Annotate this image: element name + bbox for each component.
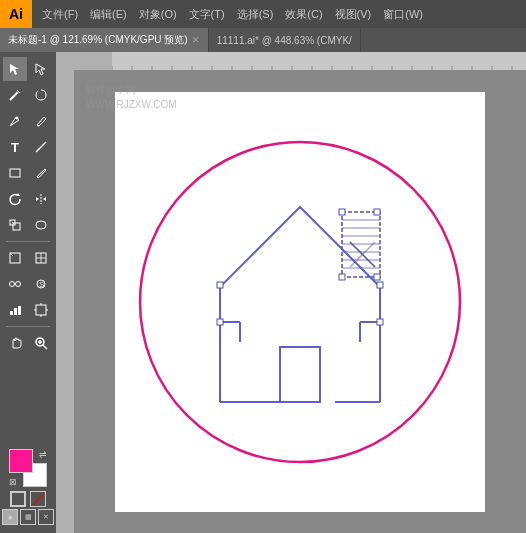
- none-box[interactable]: [30, 491, 46, 507]
- svg-marker-0: [10, 64, 19, 75]
- title-bar: Ai 文件(F) 编辑(E) 对象(O) 文字(T) 选择(S) 效果(C) 视…: [0, 0, 526, 28]
- tool-row-hand: [0, 330, 56, 356]
- svg-rect-112: [377, 319, 383, 325]
- menu-select[interactable]: 选择(S): [231, 0, 280, 28]
- tool-blend[interactable]: [3, 272, 27, 296]
- svg-rect-113: [217, 282, 223, 288]
- reset-colors-icon[interactable]: ⊠: [9, 477, 17, 487]
- menu-text[interactable]: 文字(T): [183, 0, 231, 28]
- ruler-horizontal: [112, 52, 526, 70]
- svg-rect-25: [10, 311, 13, 315]
- tool-graph[interactable]: [3, 298, 27, 322]
- tool-row-graph: [0, 297, 56, 323]
- menu-effect[interactable]: 效果(C): [279, 0, 328, 28]
- svg-marker-1: [36, 64, 45, 75]
- svg-rect-107: [339, 209, 345, 215]
- tool-type[interactable]: T: [3, 135, 27, 159]
- tool-row-rect: [0, 160, 56, 186]
- tool-direct-selection[interactable]: [29, 57, 53, 81]
- tool-row-type: T: [0, 134, 56, 160]
- svg-rect-12: [13, 223, 20, 230]
- svg-rect-27: [18, 306, 21, 315]
- artboard[interactable]: [115, 92, 485, 512]
- svg-point-21: [16, 282, 21, 287]
- house-artwork: [130, 112, 470, 492]
- tool-row-lasso: [0, 82, 56, 108]
- tool-rotate[interactable]: [3, 187, 27, 211]
- fg-color-box[interactable]: [9, 449, 33, 473]
- tool-pencil[interactable]: [29, 109, 53, 133]
- canvas-area[interactable]: 软件自学网 WWW.RJZXW.COM: [56, 52, 526, 533]
- tool-pen[interactable]: [3, 109, 27, 133]
- svg-rect-7: [10, 169, 20, 177]
- tool-selection[interactable]: [3, 57, 27, 81]
- tool-row-selection2: [0, 245, 56, 271]
- svg-rect-37: [112, 52, 526, 70]
- tool-scale[interactable]: [3, 213, 27, 237]
- tool-row-scale: [0, 212, 56, 238]
- tool-symbol[interactable]: S: [29, 272, 53, 296]
- color-boxes[interactable]: ⇌ ⊠: [9, 449, 47, 487]
- mode-gradient[interactable]: ▦: [20, 509, 36, 525]
- tool-zoom[interactable]: [29, 331, 53, 355]
- tool-row-selection: [0, 56, 56, 82]
- tab-0[interactable]: 未标题-1 @ 121.69% (CMYK/GPU 预览) ✕: [0, 28, 209, 52]
- svg-marker-10: [36, 197, 39, 201]
- svg-text:S: S: [39, 280, 44, 289]
- svg-rect-96: [280, 347, 320, 402]
- svg-line-34: [43, 345, 47, 349]
- tool-mirror[interactable]: [29, 187, 53, 211]
- tool-row-pen: [0, 108, 56, 134]
- tool-hand[interactable]: [3, 331, 27, 355]
- swap-colors-icon[interactable]: ⇌: [39, 449, 47, 459]
- svg-line-14: [12, 222, 14, 224]
- svg-point-20: [10, 282, 15, 287]
- menu-bar: 文件(F) 编辑(E) 对象(O) 文字(T) 选择(S) 效果(C) 视图(V…: [32, 0, 526, 28]
- menu-window[interactable]: 窗口(W): [377, 0, 429, 28]
- tool-line[interactable]: [29, 135, 53, 159]
- color-section: ⇌ ⊠ ■ ▦ ✕: [0, 447, 56, 529]
- menu-view[interactable]: 视图(V): [329, 0, 378, 28]
- tool-magic-wand[interactable]: [3, 83, 27, 107]
- menu-file[interactable]: 文件(F): [36, 0, 84, 28]
- canvas-content: 软件自学网 WWW.RJZXW.COM: [74, 70, 526, 533]
- ai-logo: Ai: [0, 0, 32, 28]
- tool-divider-1: [6, 241, 50, 242]
- svg-line-5: [37, 125, 39, 126]
- tool-divider-2: [6, 326, 50, 327]
- svg-point-87: [140, 142, 460, 462]
- main-layout: T: [0, 52, 526, 533]
- stroke-none-row: [10, 491, 46, 507]
- menu-edit[interactable]: 编辑(E): [84, 0, 133, 28]
- menu-object[interactable]: 对象(O): [133, 0, 183, 28]
- tool-perspective[interactable]: [3, 246, 27, 270]
- tab-1[interactable]: 11111.ai* @ 448.63% (CMYK/: [209, 28, 361, 52]
- tool-lasso[interactable]: [29, 83, 53, 107]
- tool-warp[interactable]: [29, 213, 53, 237]
- svg-rect-28: [36, 305, 46, 315]
- tool-row-rotate: [0, 186, 56, 212]
- svg-rect-26: [14, 308, 17, 315]
- svg-rect-111: [217, 319, 223, 325]
- tab-close-0[interactable]: ✕: [192, 35, 200, 45]
- svg-point-4: [16, 117, 19, 120]
- tool-mesh[interactable]: [29, 246, 53, 270]
- svg-rect-110: [374, 274, 380, 280]
- tabs-bar: 未标题-1 @ 121.69% (CMYK/GPU 预览) ✕ 11111.ai…: [0, 28, 526, 52]
- mode-color[interactable]: ■: [2, 509, 18, 525]
- svg-line-6: [36, 142, 46, 152]
- mode-row: ■ ▦ ✕: [2, 509, 54, 525]
- tool-artboard[interactable]: [29, 298, 53, 322]
- stroke-box[interactable]: [10, 491, 26, 507]
- tool-row-blend: S: [0, 271, 56, 297]
- mode-none[interactable]: ✕: [38, 509, 54, 525]
- svg-line-2: [10, 92, 18, 100]
- tool-rect[interactable]: [3, 161, 27, 185]
- svg-rect-108: [374, 209, 380, 215]
- svg-marker-11: [43, 197, 46, 201]
- tool-paintbrush[interactable]: [29, 161, 53, 185]
- svg-rect-109: [339, 274, 345, 280]
- left-toolbar: T: [0, 52, 56, 533]
- svg-rect-114: [377, 282, 383, 288]
